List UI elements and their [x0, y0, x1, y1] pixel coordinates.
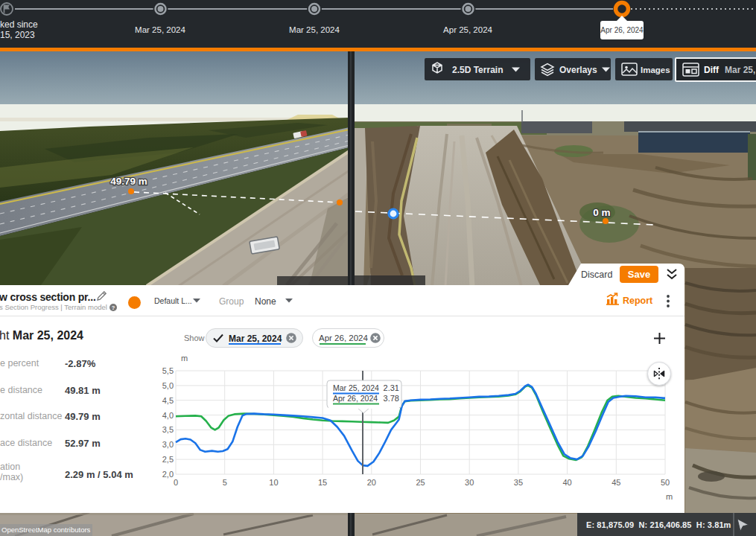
svg-text:49.79 m: 49.79 m: [110, 176, 147, 187]
svg-text:40: 40: [562, 478, 571, 487]
svg-text:3,5: 3,5: [162, 425, 174, 434]
svg-text:4,0: 4,0: [162, 411, 174, 420]
svg-text:2,0: 2,0: [162, 470, 174, 479]
svg-text:4,5: 4,5: [162, 396, 174, 405]
svg-text:3,0: 3,0: [162, 440, 174, 449]
svg-text:Apr 25, 2024: Apr 25, 2024: [443, 25, 492, 34]
svg-text:Apr 26, 2024: Apr 26, 2024: [600, 26, 644, 34]
svg-text:0: 0: [174, 478, 178, 487]
svg-text:Overlays: Overlays: [559, 65, 597, 75]
svg-text:Mar 25, 2024: Mar 25, 2024: [135, 25, 185, 34]
svg-text:5,0: 5,0: [162, 381, 174, 390]
svg-text:20: 20: [367, 478, 376, 487]
svg-text:35: 35: [514, 478, 523, 487]
svg-text:2,5: 2,5: [162, 455, 174, 464]
svg-text:m: m: [666, 492, 673, 501]
svg-text:15, 2023: 15, 2023: [0, 30, 35, 40]
svg-text:Diff: Diff: [704, 65, 720, 75]
svg-text:Mar 25, 2024: Mar 25, 2024: [289, 25, 340, 34]
svg-text:50: 50: [661, 478, 670, 487]
svg-text:0 m: 0 m: [593, 207, 610, 218]
svg-text:m: m: [181, 354, 188, 363]
svg-text:15: 15: [318, 478, 327, 487]
svg-text:10: 10: [269, 478, 278, 487]
svg-text:Mar 25, 2024: Mar 25, 2024: [333, 383, 379, 392]
svg-text:ked since: ked since: [0, 19, 38, 30]
svg-text:25: 25: [416, 478, 425, 487]
svg-text:45: 45: [612, 478, 620, 487]
svg-text:?: ?: [112, 304, 115, 311]
svg-text:2.5D Terrain: 2.5D Terrain: [452, 65, 503, 75]
svg-text:Apr 26, 2024: Apr 26, 2024: [333, 394, 378, 403]
svg-text:5: 5: [223, 478, 227, 487]
svg-text:5,5: 5,5: [162, 366, 174, 375]
svg-text:30: 30: [465, 478, 474, 487]
svg-text:Images: Images: [641, 66, 670, 74]
svg-text:2.31: 2.31: [384, 383, 399, 392]
svg-text:Mar 25, 2: Mar 25, 2: [725, 65, 756, 75]
svg-text:3.78: 3.78: [384, 394, 399, 403]
